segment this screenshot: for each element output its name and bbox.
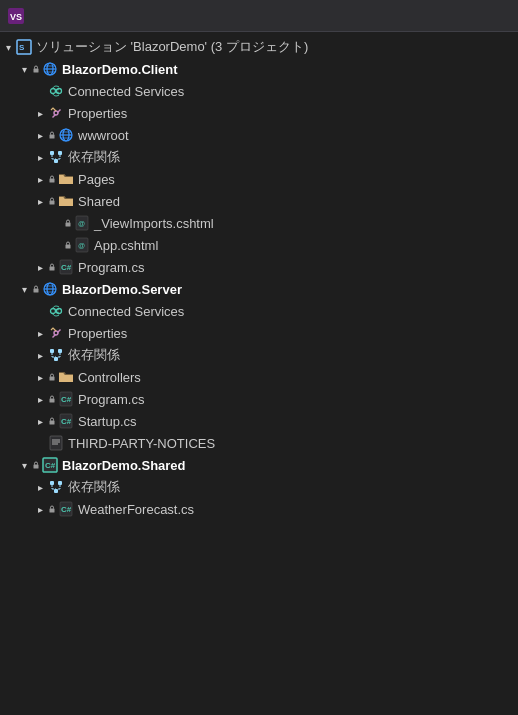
globe-icon-client-wwwroot <box>58 127 74 143</box>
label-client-deps: 依存関係 <box>68 148 120 166</box>
arrow-shared-deps[interactable] <box>32 479 48 495</box>
tree-item-solution[interactable]: S ソリューション 'BlazorDemo' (3 プロジェクト) <box>0 36 518 58</box>
razor-icon-client-viewimports: @ <box>74 215 90 231</box>
shared-icon-shared-project: C# <box>42 457 58 473</box>
svg-text:C#: C# <box>45 461 56 470</box>
tree-item-server-program[interactable]: C# Program.cs <box>0 388 518 410</box>
arrow-client-pages[interactable] <box>32 171 48 187</box>
tree-item-server-notices[interactable]: THIRD-PARTY-NOTICES <box>0 432 518 454</box>
arrow-shared-project[interactable] <box>16 457 32 473</box>
vs-icon: VS <box>8 8 24 24</box>
tree-item-shared-weather[interactable]: C# WeatherForecast.cs <box>0 498 518 520</box>
svg-rect-37 <box>34 289 39 293</box>
tree-item-shared-project[interactable]: C# BlazorDemo.Shared <box>0 454 518 476</box>
razor-icon-client-app: @ <box>74 237 90 253</box>
svg-text:@: @ <box>78 220 85 227</box>
arrow-server-project[interactable] <box>16 281 32 297</box>
lock-icon-client-app <box>64 241 72 249</box>
arrow-client-wwwroot[interactable] <box>32 127 48 143</box>
arrow-server-program[interactable] <box>32 391 48 407</box>
svg-rect-26 <box>50 179 55 183</box>
label-server-project: BlazorDemo.Server <box>62 282 182 297</box>
label-server-notices: THIRD-PARTY-NOTICES <box>68 436 215 451</box>
svg-text:S: S <box>19 43 25 52</box>
tree-item-client-deps[interactable]: 依存関係 <box>0 146 518 168</box>
lock-icon-client-program <box>48 263 56 271</box>
tree-item-client-pages[interactable]: Pages <box>0 168 518 190</box>
svg-rect-19 <box>50 151 54 155</box>
svg-rect-21 <box>54 159 58 163</box>
svg-rect-60 <box>50 436 62 450</box>
svg-rect-48 <box>54 357 58 361</box>
label-shared-weather: WeatherForecast.cs <box>78 502 194 517</box>
svg-rect-27 <box>50 201 55 205</box>
arrow-client-properties[interactable] <box>32 105 48 121</box>
arrow-server-properties[interactable] <box>32 325 48 341</box>
svg-rect-57 <box>50 421 55 425</box>
svg-rect-69 <box>54 489 58 493</box>
arrow-server-notices[interactable] <box>32 435 48 451</box>
label-server-program: Program.cs <box>78 392 144 407</box>
connected-icon-server-connected <box>48 303 64 319</box>
solution-icon-solution: S <box>16 39 32 55</box>
arrow-client-program[interactable] <box>32 259 48 275</box>
tree-item-client-wwwroot[interactable]: wwwroot <box>0 124 518 146</box>
label-client-pages: Pages <box>78 172 115 187</box>
label-client-project: BlazorDemo.Client <box>62 62 178 77</box>
svg-rect-53 <box>50 377 55 381</box>
arrow-client-project[interactable] <box>16 61 32 77</box>
arrow-server-startup[interactable] <box>32 413 48 429</box>
label-server-properties: Properties <box>68 326 127 341</box>
arrow-server-deps[interactable] <box>32 347 48 363</box>
tree-item-server-deps[interactable]: 依存関係 <box>0 344 518 366</box>
lock-icon-client-pages <box>48 175 56 183</box>
svg-rect-46 <box>50 349 54 353</box>
lock-icon-server-controllers <box>48 373 56 381</box>
svg-rect-64 <box>34 465 39 469</box>
arrow-client-deps[interactable] <box>32 149 48 165</box>
label-client-connected: Connected Services <box>68 84 184 99</box>
dependencies-icon-server-deps <box>48 347 64 363</box>
tree-item-client-project[interactable]: BlazorDemo.Client <box>0 58 518 80</box>
svg-rect-34 <box>50 267 55 271</box>
svg-rect-4 <box>34 69 39 73</box>
tree-item-shared-deps[interactable]: 依存関係 <box>0 476 518 498</box>
folder-icon-client-shared <box>58 193 74 209</box>
lock-icon-shared-project <box>32 461 40 469</box>
cs-icon-server-program: C# <box>58 391 74 407</box>
tree-item-client-app[interactable]: @ App.cshtml <box>0 234 518 256</box>
arrow-client-shared[interactable] <box>32 193 48 209</box>
tree-item-client-shared[interactable]: Shared <box>0 190 518 212</box>
label-server-connected: Connected Services <box>68 304 184 319</box>
tree-item-client-connected[interactable]: Connected Services <box>0 80 518 102</box>
label-client-properties: Properties <box>68 106 127 121</box>
svg-rect-13 <box>50 135 55 139</box>
arrow-client-viewimports[interactable] <box>48 215 64 231</box>
arrow-server-controllers[interactable] <box>32 369 48 385</box>
notice-icon-server-notices <box>48 435 64 451</box>
folder-icon-server-controllers <box>58 369 74 385</box>
label-server-controllers: Controllers <box>78 370 141 385</box>
svg-point-45 <box>54 331 58 335</box>
arrow-server-connected[interactable] <box>32 303 48 319</box>
cs-icon-shared-weather: C# <box>58 501 74 517</box>
arrow-client-connected[interactable] <box>32 83 48 99</box>
tree-item-server-project[interactable]: BlazorDemo.Server <box>0 278 518 300</box>
tree-item-client-viewimports[interactable]: @ _ViewImports.cshtml <box>0 212 518 234</box>
label-client-app: App.cshtml <box>94 238 158 253</box>
tree-item-client-program[interactable]: C# Program.cs <box>0 256 518 278</box>
dependencies-icon-client-deps <box>48 149 64 165</box>
arrow-client-app[interactable] <box>48 237 64 253</box>
arrow-solution[interactable] <box>0 39 16 55</box>
tree-item-server-controllers[interactable]: Controllers <box>0 366 518 388</box>
lock-icon-client-viewimports <box>64 219 72 227</box>
svg-rect-67 <box>50 481 54 485</box>
globe-icon-client-project <box>42 61 58 77</box>
arrow-shared-weather[interactable] <box>32 501 48 517</box>
tree-item-server-connected[interactable]: Connected Services <box>0 300 518 322</box>
label-shared-project: BlazorDemo.Shared <box>62 458 186 473</box>
svg-text:C#: C# <box>61 395 72 404</box>
tree-item-client-properties[interactable]: Properties <box>0 102 518 124</box>
tree-item-server-properties[interactable]: Properties <box>0 322 518 344</box>
tree-item-server-startup[interactable]: C# Startup.cs <box>0 410 518 432</box>
